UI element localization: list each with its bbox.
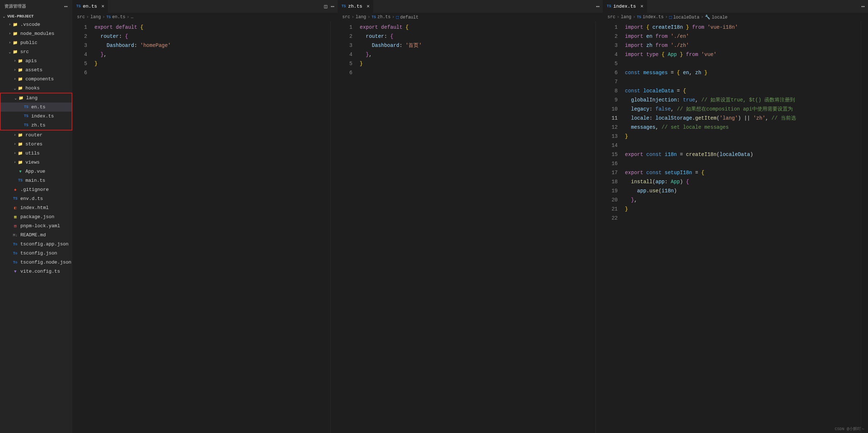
close-icon[interactable]: × <box>101 4 104 9</box>
ts-icon: TS <box>607 4 611 8</box>
chevron-right-icon: › <box>127 15 129 20</box>
tree-item-router[interactable]: ›📁router <box>0 131 72 140</box>
tree-item-label: .vscode <box>20 22 40 27</box>
sidebar-more-icon[interactable]: ⋯ <box>64 3 68 10</box>
tree-item-package-json[interactable]: ▦package.json <box>0 212 72 221</box>
line-number: 1 <box>338 23 352 32</box>
chevron-down-icon: ⌄ <box>12 86 17 91</box>
tree-item-components[interactable]: ›📁components <box>0 75 72 84</box>
tree-item-label: en.ts <box>31 104 45 110</box>
tree-item-node_modules[interactable]: ›📁node_modules <box>0 29 72 38</box>
tree-item-main-ts[interactable]: TSmain.ts <box>0 176 72 185</box>
tree-item--vscode[interactable]: ›📁.vscode <box>0 20 72 29</box>
breadcrumb-item[interactable]: … <box>131 15 133 20</box>
tree-item-assets[interactable]: ›📁assets <box>0 65 72 75</box>
minimap[interactable] <box>596 21 603 433</box>
tree-item-lang[interactable]: ⌄📁lang <box>1 93 72 103</box>
tree-item--gitignore[interactable]: ◆.gitignore <box>0 185 72 194</box>
breadcrumb-item[interactable]: lang <box>356 15 366 20</box>
project-name: VUE-PROJECT <box>7 14 34 19</box>
code-content[interactable]: export default { router: { Dashboard: 'h… <box>94 21 330 433</box>
tree-item-utils[interactable]: ›📁utils <box>0 149 72 158</box>
tree-item-env-d-ts[interactable]: TSenv.d.ts <box>0 194 72 203</box>
tree-item-stores[interactable]: ›📁stores <box>0 140 72 149</box>
breadcrumb-item[interactable]: TSindex.ts <box>637 15 664 20</box>
tabs-bar: TS zh.ts × ⋯ <box>338 0 603 13</box>
tree-item-App-vue[interactable]: ▼App.vue <box>0 167 72 176</box>
tree-item-tsconfig-app-json[interactable]: T⚙tsconfig.app.json <box>0 240 72 249</box>
tree-item-label: README.md <box>20 232 46 238</box>
line-number: 16 <box>603 159 618 168</box>
line-number: 21 <box>603 205 618 214</box>
tree-item-label: lang <box>26 95 37 101</box>
tree-item-src[interactable]: ⌄📁src <box>0 47 72 56</box>
chevron-right-icon: › <box>617 15 619 20</box>
vue-icon: ▼ <box>17 169 23 175</box>
yaml-icon: ▤ <box>12 223 18 229</box>
tree-item-apis[interactable]: ›📁apis <box>0 56 72 65</box>
line-number: 20 <box>603 196 618 205</box>
breadcrumb-item[interactable]: TSzh.ts <box>372 15 391 20</box>
tree-item-public[interactable]: ›📁public <box>0 38 72 47</box>
code-content[interactable]: import { createI18n } from 'vue-i18n'imp… <box>625 21 861 433</box>
breadcrumb-item[interactable]: src <box>607 15 615 20</box>
tab-zh-ts[interactable]: TS zh.ts × <box>338 0 374 13</box>
tree-item-zh-ts[interactable]: TSzh.ts <box>1 121 72 130</box>
sidebar-header: 资源管理器 ⋯ <box>0 0 72 13</box>
ts-icon: TS <box>12 196 18 202</box>
tree-item-label: vite.config.ts <box>20 269 60 274</box>
chevron-right-icon: › <box>12 151 17 155</box>
breadcrumb[interactable]: src›lang›TSindex.ts›⬚localeData›🔧locale <box>603 13 868 21</box>
tree-item-tsconfig-node-json[interactable]: T⚙tsconfig.node.json <box>0 258 72 267</box>
project-header[interactable]: ⌄ VUE-PROJECT <box>0 13 72 20</box>
ts-icon: TS <box>372 15 376 19</box>
tree-item-label: stores <box>25 141 43 147</box>
breadcrumb-item[interactable]: src <box>342 15 350 20</box>
split-editor-icon[interactable]: ◫ <box>324 3 327 9</box>
chevron-right-icon: › <box>392 15 395 20</box>
tree-item-tsconfig-json[interactable]: T⚙tsconfig.json <box>0 249 72 258</box>
breadcrumb[interactable]: src›lang›TSen.ts›… <box>73 13 338 21</box>
line-number: 11 <box>603 114 618 123</box>
code-content[interactable]: export default { router: { Dashboard: '首… <box>360 21 596 433</box>
breadcrumb-item[interactable]: 🔧locale <box>705 15 727 20</box>
tree-item-hooks[interactable]: ⌄📁hooks <box>0 84 72 93</box>
breadcrumb-item[interactable]: TSen.ts <box>106 15 125 20</box>
minimap[interactable] <box>861 21 868 433</box>
line-number: 5 <box>603 59 618 68</box>
tree-item-index-html[interactable]: ◧index.html <box>0 203 72 212</box>
line-number: 6 <box>338 68 352 77</box>
line-numbers: 123456 <box>73 21 94 433</box>
folder-icon: 📁 <box>17 151 23 156</box>
breadcrumb-item[interactable]: src <box>77 15 85 20</box>
line-number: 4 <box>603 50 618 59</box>
tree-item-en-ts[interactable]: TSen.ts <box>1 103 72 112</box>
tree-item-README-md[interactable]: M↓README.md <box>0 230 72 240</box>
file-tree: ›📁.vscode›📁node_modules›📁public⌄📁src›📁ap… <box>0 20 72 433</box>
breadcrumb[interactable]: src›lang›TSzh.ts›⬚default <box>338 13 603 21</box>
tsconfig-icon: T⚙ <box>12 250 18 256</box>
close-icon[interactable]: × <box>640 4 643 9</box>
breadcrumb-item[interactable]: lang <box>90 15 101 20</box>
folder-icon: 📁 <box>12 40 18 46</box>
tree-item-label: index.html <box>20 205 49 211</box>
tab-en-ts[interactable]: TS en.ts × <box>73 0 108 13</box>
ts-icon: TS <box>342 4 346 8</box>
editor-more-icon[interactable]: ⋯ <box>596 3 600 10</box>
tree-item-views[interactable]: ›📁views <box>0 158 72 167</box>
breadcrumb-item[interactable]: lang <box>621 15 631 20</box>
tabs-actions: ⋯ <box>861 3 868 10</box>
ts-icon: TS <box>23 123 29 128</box>
chevron-right-icon: › <box>12 59 17 63</box>
breadcrumb-item[interactable]: ⬚default <box>396 15 419 20</box>
minimap[interactable] <box>330 21 338 433</box>
line-number: 1 <box>603 23 618 32</box>
tree-item-vite-config-ts[interactable]: ▼vite.config.ts <box>0 267 72 276</box>
tree-item-pnpm-lock-yaml[interactable]: ▤pnpm-lock.yaml <box>0 221 72 230</box>
close-icon[interactable]: × <box>367 4 370 9</box>
tab-index-ts[interactable]: TS index.ts × <box>603 0 647 13</box>
editor-more-icon[interactable]: ⋯ <box>861 3 865 10</box>
editor-more-icon[interactable]: ⋯ <box>331 3 335 10</box>
breadcrumb-item[interactable]: ⬚localeData <box>669 15 699 20</box>
tree-item-index-ts[interactable]: TSindex.ts <box>1 112 72 121</box>
